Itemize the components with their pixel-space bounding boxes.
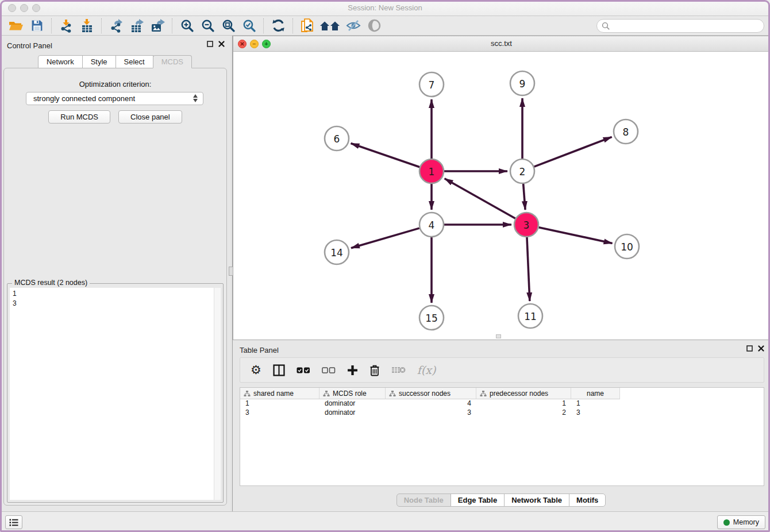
column-header-name[interactable]: name — [571, 388, 620, 399]
function-builder-icon[interactable]: f(x) — [417, 364, 436, 376]
table-panel-title: Table Panel — [240, 346, 279, 354]
tab-network-table[interactable]: Network Table — [504, 494, 569, 507]
float-table-panel-icon[interactable] — [746, 345, 753, 352]
graph-node-14[interactable]: 14 — [325, 240, 349, 264]
table-tabs: Node TableEdge TableNetwork TableMotifs — [233, 494, 770, 507]
svg-text:1: 1 — [429, 166, 435, 178]
svg-text:15: 15 — [425, 313, 438, 324]
import-network-from-file-icon — [59, 19, 73, 33]
search-icon — [602, 22, 610, 30]
graph-edge-2-8[interactable] — [534, 137, 612, 167]
column-header-predecessor-nodes[interactable]: predecessor nodes — [476, 388, 571, 399]
svg-text:8: 8 — [623, 126, 629, 138]
result-scrollbar[interactable] — [214, 288, 221, 500]
search-input[interactable] — [596, 19, 764, 33]
tab-mcds[interactable]: MCDS — [153, 55, 192, 68]
toolbar-separator — [51, 18, 52, 33]
export-network-icon — [109, 19, 123, 33]
import-table-from-file-icon — [80, 19, 94, 33]
column-header-shared-name[interactable]: shared name — [240, 388, 319, 399]
table-row[interactable]: 1dominator411 — [240, 399, 764, 408]
optimization-criterion-value: strongly connected component — [33, 94, 135, 103]
tab-network[interactable]: Network — [38, 55, 83, 68]
run-mcds-button[interactable]: Run MCDS — [48, 110, 110, 124]
import-network-button[interactable] — [56, 17, 76, 34]
zoom-in-button[interactable] — [176, 17, 197, 34]
show-all-icon — [368, 19, 381, 32]
graph-edge-3-1[interactable] — [445, 179, 515, 218]
svg-text:2: 2 — [519, 166, 526, 178]
apply-layout-button[interactable] — [268, 17, 288, 34]
tab-edge-table[interactable]: Edge Table — [451, 494, 505, 507]
network-graph[interactable]: 7968124314101511 — [233, 52, 769, 340]
import-table-button[interactable] — [76, 17, 97, 34]
tab-node-table[interactable]: Node Table — [396, 494, 451, 507]
network-canvas[interactable]: 7968124314101511 — [233, 52, 769, 340]
close-panel-button[interactable]: Close panel — [118, 110, 182, 124]
deselect-all-icon[interactable] — [322, 367, 336, 373]
graph-node-9[interactable]: 9 — [510, 71, 534, 95]
tab-motifs[interactable]: Motifs — [569, 494, 606, 507]
graph-node-2[interactable]: 2 — [510, 159, 534, 183]
open-session-button[interactable] — [6, 17, 26, 34]
export-image-button[interactable] — [147, 17, 168, 34]
first-neighbors-button[interactable] — [318, 17, 343, 34]
canvas-resize-grip[interactable] — [496, 334, 501, 338]
task-history-button[interactable] — [5, 515, 22, 529]
show-all-button[interactable] — [364, 17, 384, 34]
graph-node-4[interactable]: 4 — [419, 213, 444, 237]
graph-node-3[interactable]: 3 — [514, 213, 538, 237]
column-tree-icon — [323, 390, 330, 397]
close-panel-icon[interactable] — [218, 41, 225, 47]
zoom-fit-button[interactable] — [218, 17, 238, 34]
graph-node-10[interactable]: 10 — [615, 234, 639, 259]
control-panel-header: Control Panel — [0, 36, 230, 54]
column-header-MCDS-role[interactable]: MCDS role — [319, 388, 386, 399]
open-session-icon — [9, 20, 24, 32]
graph-edge-3-11[interactable] — [527, 237, 530, 301]
table-panel: Table Panel ⚙ — [233, 340, 770, 511]
graph-node-1[interactable]: 1 — [419, 159, 444, 183]
export-network-button[interactable] — [106, 17, 126, 34]
table-cell: 1 — [240, 399, 319, 408]
network-view-window: ✕ − + scc.txt 7968124314101511 — [233, 36, 770, 340]
control-panel-title: Control Panel — [7, 41, 52, 50]
new-network-button[interactable] — [297, 17, 318, 34]
graph-node-6[interactable]: 6 — [325, 126, 349, 151]
graph-node-15[interactable]: 15 — [419, 306, 444, 330]
svg-text:10: 10 — [621, 241, 633, 253]
zoom-out-button[interactable] — [197, 17, 218, 34]
graph-node-8[interactable]: 8 — [614, 119, 638, 144]
table-row[interactable]: 3dominator323 — [240, 408, 764, 418]
delete-column-icon[interactable] — [369, 364, 380, 376]
memory-status-icon — [723, 519, 730, 526]
add-column-icon[interactable] — [347, 365, 358, 376]
status-bar: Memory — [0, 511, 770, 532]
float-panel-icon[interactable] — [207, 41, 213, 47]
split-columns-icon[interactable] — [273, 364, 285, 376]
tab-style[interactable]: Style — [82, 55, 116, 68]
graph-edge-1-6[interactable] — [351, 143, 420, 167]
memory-button[interactable]: Memory — [717, 515, 765, 529]
graph-edge-3-10[interactable] — [538, 228, 612, 244]
export-table-button[interactable] — [126, 17, 147, 34]
svg-text:14: 14 — [330, 247, 343, 259]
graph-edge-2-3[interactable] — [523, 184, 525, 210]
graph-node-7[interactable]: 7 — [419, 72, 444, 97]
hide-selected-button[interactable] — [343, 17, 364, 34]
svg-text:3: 3 — [523, 219, 530, 231]
svg-text:9: 9 — [519, 78, 526, 90]
save-session-button[interactable] — [26, 17, 47, 34]
optimization-criterion-select[interactable]: strongly connected component — [26, 92, 203, 105]
select-all-icon[interactable] — [297, 367, 310, 373]
mcds-result-groupbox: MCDS result (2 nodes) 1 3 — [7, 283, 224, 503]
graph-edge-4-14[interactable] — [351, 228, 419, 248]
node-table[interactable]: shared nameMCDS rolesuccessor nodesprede… — [240, 387, 764, 486]
zoom-selected-button[interactable] — [238, 17, 259, 34]
close-table-panel-icon[interactable] — [758, 345, 764, 352]
column-header-successor-nodes[interactable]: successor nodes — [386, 388, 476, 399]
delete-table-icon[interactable] — [391, 365, 406, 375]
graph-node-11[interactable]: 11 — [518, 304, 542, 328]
tab-select[interactable]: Select — [116, 55, 153, 68]
settings-gear-icon[interactable]: ⚙ — [251, 364, 261, 376]
